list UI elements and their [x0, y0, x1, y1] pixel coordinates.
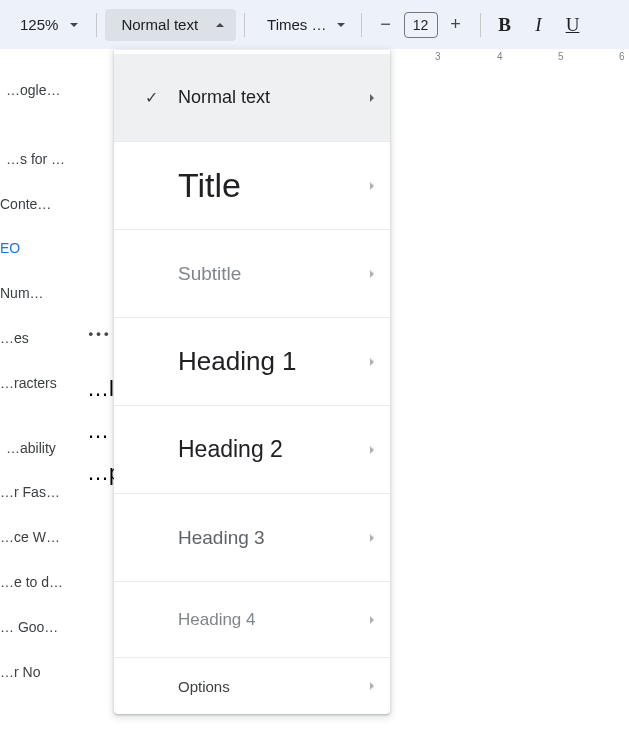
- font-family-dropdown[interactable]: Times …: [253, 9, 352, 41]
- italic-button[interactable]: I: [523, 9, 555, 41]
- chevron-right-icon: [370, 446, 374, 454]
- outline-item[interactable]: … Goo…: [0, 611, 82, 644]
- ruler-tick: 6: [619, 51, 625, 62]
- plus-icon: +: [450, 14, 461, 35]
- style-option-label: Heading 1: [168, 346, 370, 377]
- outline-item[interactable]: …e to d…: [0, 566, 82, 599]
- outline-item[interactable]: EO: [0, 232, 82, 265]
- outline-item[interactable]: …r Fas…: [0, 476, 82, 509]
- style-option-normal[interactable]: ✓Normal text: [114, 54, 390, 142]
- style-option-h2[interactable]: Heading 2: [114, 406, 390, 494]
- style-option-h4[interactable]: Heading 4: [114, 582, 390, 658]
- style-option-label: Heading 3: [168, 527, 370, 549]
- toolbar-divider: [361, 13, 362, 37]
- toolbar-divider: [244, 13, 245, 37]
- chevron-right-icon: [370, 616, 374, 624]
- chevron-right-icon: [370, 534, 374, 542]
- style-option-label: Options: [168, 678, 370, 695]
- zoom-dropdown[interactable]: 125%: [6, 9, 88, 41]
- style-option-label: Normal text: [168, 87, 370, 108]
- toolbar: 125% Normal text Times … − + B I U: [0, 0, 629, 50]
- style-option-options[interactable]: Options: [114, 658, 390, 714]
- ruler-tick: 3: [435, 51, 441, 62]
- caret-down-icon: [70, 23, 78, 27]
- chevron-right-icon: [370, 94, 374, 102]
- style-option-title[interactable]: Title: [114, 142, 390, 230]
- font-size-input[interactable]: [404, 12, 438, 38]
- font-size-increase-button[interactable]: +: [440, 9, 472, 41]
- caret-down-icon: [337, 23, 345, 27]
- chevron-right-icon: [370, 358, 374, 366]
- style-option-subtitle[interactable]: Subtitle: [114, 230, 390, 318]
- caret-up-icon: [216, 23, 224, 27]
- style-option-h1[interactable]: Heading 1: [114, 318, 390, 406]
- document-outline: …ogle……s for … Conte…EO Num……es…racters……: [0, 70, 82, 704]
- ruler-tick: 5: [558, 51, 564, 62]
- toolbar-divider: [96, 13, 97, 37]
- font-family-label: Times …: [267, 16, 326, 33]
- style-option-label: Heading 2: [168, 436, 370, 463]
- zoom-value: 125%: [20, 16, 58, 33]
- paragraph-styles-menu: ✓Normal textTitleSubtitleHeading 1Headin…: [114, 50, 390, 714]
- style-option-h3[interactable]: Heading 3: [114, 494, 390, 582]
- chevron-right-icon: [370, 182, 374, 190]
- style-option-label: Heading 4: [168, 610, 370, 630]
- style-option-label: Subtitle: [168, 263, 370, 285]
- outline-item[interactable]: …racters: [0, 367, 82, 400]
- chevron-right-icon: [370, 270, 374, 278]
- paragraph-style-label: Normal text: [121, 16, 198, 33]
- outline-item[interactable]: …es: [0, 322, 82, 355]
- outline-item[interactable]: …ce W…: [0, 521, 82, 554]
- underline-button[interactable]: U: [557, 9, 589, 41]
- style-option-label: Title: [168, 166, 370, 205]
- ruler-tick: 4: [497, 51, 503, 62]
- font-size-decrease-button[interactable]: −: [370, 9, 402, 41]
- paragraph-styles-dropdown[interactable]: Normal text: [105, 9, 236, 41]
- outline-item[interactable]: …s for …: [0, 143, 82, 176]
- outline-item[interactable]: …ogle…: [0, 74, 82, 107]
- toolbar-divider: [480, 13, 481, 37]
- bold-button[interactable]: B: [489, 9, 521, 41]
- minus-icon: −: [380, 14, 391, 35]
- outline-item[interactable]: …r No: [0, 656, 82, 689]
- outline-item[interactable]: Conte…: [0, 188, 82, 221]
- outline-item[interactable]: Num…: [0, 277, 82, 310]
- checkmark-icon: ✓: [134, 88, 168, 107]
- outline-item[interactable]: …ability: [0, 432, 82, 465]
- chevron-right-icon: [370, 682, 374, 690]
